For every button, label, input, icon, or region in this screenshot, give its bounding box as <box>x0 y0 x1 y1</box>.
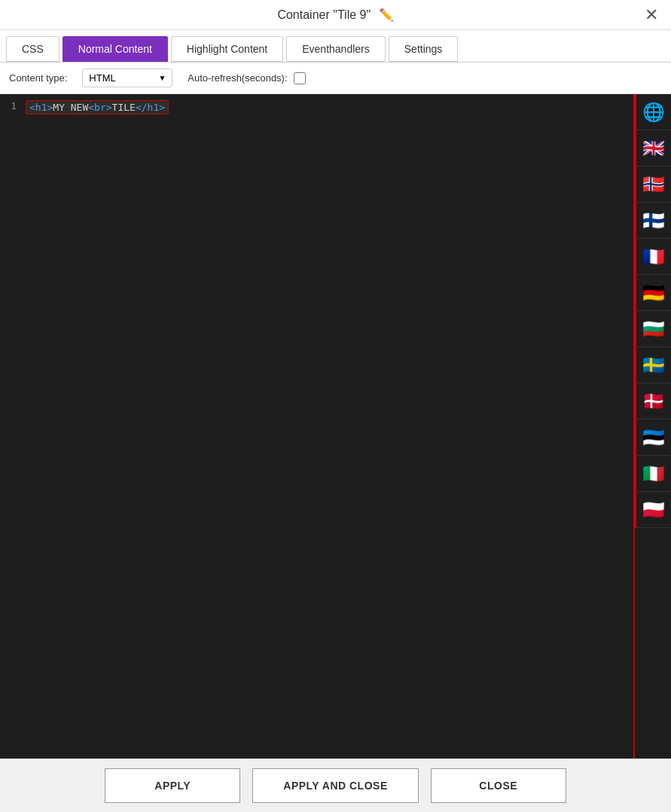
dialog-title: Container "Tile 9" ✏️ <box>277 8 393 22</box>
title-text: Container "Tile 9" <box>277 8 371 21</box>
tab-css[interactable]: CSS <box>6 36 59 62</box>
chevron-down-icon: ▼ <box>158 74 166 82</box>
code-highlight-span: <h1>MY NEW<br>TILE</h1> <box>26 100 169 114</box>
tab-normal-content[interactable]: Normal Content <box>63 36 168 62</box>
content-type-label: Content type: <box>9 72 67 84</box>
editor-area: 1 <h1>MY NEW<br>TILE</h1> 🌐 🇬🇧 🇳🇴 🇫🇮 🇫🇷 … <box>0 94 671 759</box>
lang-flag-fr[interactable]: 🇫🇷 <box>635 239 671 275</box>
html-open-tag: <h1> <box>29 102 53 113</box>
lang-flag-ee[interactable]: 🇪🇪 <box>635 420 671 456</box>
lang-flag-fi[interactable]: 🇫🇮 <box>635 203 671 239</box>
lang-flag-un[interactable]: 🌐 <box>635 94 671 130</box>
line-number-1: 1 <box>6 100 17 111</box>
tab-settings[interactable]: Settings <box>389 36 459 62</box>
auto-refresh-label: Auto-refresh(seconds): <box>188 72 287 84</box>
line-numbers: 1 <box>0 94 23 759</box>
lang-flag-no[interactable]: 🇳🇴 <box>635 166 671 203</box>
code-editor[interactable]: 1 <h1>MY NEW<br>TILE</h1> <box>0 94 633 759</box>
lang-flag-dk[interactable]: 🇩🇰 <box>635 383 671 420</box>
tabs-bar: CSS Normal Content Highlight Content Eve… <box>0 30 671 63</box>
auto-refresh-checkbox[interactable] <box>294 72 306 84</box>
close-x-icon: ✕ <box>645 5 658 25</box>
options-bar: Content type: HTML ▼ Auto-refresh(second… <box>0 63 671 94</box>
auto-refresh-container: Auto-refresh(seconds): <box>188 72 305 84</box>
lang-flag-de[interactable]: 🇩🇪 <box>635 275 671 311</box>
close-button[interactable]: CLOSE <box>431 768 566 803</box>
footer-bar: APPLY APPLY AND CLOSE CLOSE <box>0 759 671 812</box>
code-content[interactable]: <h1>MY NEW<br>TILE</h1> <box>23 94 633 759</box>
lang-flag-pl[interactable]: 🇵🇱 <box>635 492 671 528</box>
tab-eventhandlers[interactable]: Eventhandlers <box>286 36 386 62</box>
language-sidebar: 🌐 🇬🇧 🇳🇴 🇫🇮 🇫🇷 🇩🇪 🇧🇬 🇸🇪 🇩🇰 🇪🇪 🇮🇹 🇵🇱 <box>633 94 671 759</box>
apply-button[interactable]: APPLY <box>105 768 240 803</box>
html-text-my-new: MY NEW <box>53 102 88 113</box>
code-line-1: <h1>MY NEW<br>TILE</h1> <box>26 100 630 114</box>
apply-close-button[interactable]: APPLY AND CLOSE <box>252 768 418 803</box>
title-bar: Container "Tile 9" ✏️ ✕ <box>0 0 671 30</box>
tab-highlight-content[interactable]: Highlight Content <box>171 36 283 62</box>
content-type-select[interactable]: HTML ▼ <box>82 69 172 87</box>
lang-flag-it[interactable]: 🇮🇹 <box>635 456 671 492</box>
lang-flag-se[interactable]: 🇸🇪 <box>635 347 671 383</box>
dialog-close-button[interactable]: ✕ <box>639 3 663 27</box>
html-close-tag: </h1> <box>136 102 165 113</box>
edit-icon[interactable]: ✏️ <box>379 8 394 21</box>
lang-flag-bg[interactable]: 🇧🇬 <box>635 311 671 347</box>
html-br-tag: <br> <box>88 102 111 113</box>
content-type-value: HTML <box>89 72 115 84</box>
lang-flag-gb[interactable]: 🇬🇧 <box>635 130 671 166</box>
html-text-tile: TILE <box>112 102 136 113</box>
